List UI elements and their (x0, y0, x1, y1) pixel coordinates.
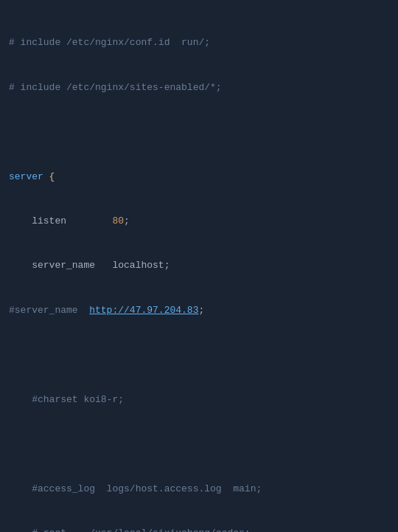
code-text: #access_log logs/host.access.log main; (9, 483, 262, 494)
code-text: # root /usr/local/sixiucheng/codes; (9, 528, 251, 532)
code-text: ; (198, 305, 204, 316)
line-7: #server_name http://47.97.204.83; (9, 303, 389, 318)
line-8 (9, 348, 389, 362)
code-text: 80 (112, 215, 124, 227)
code-text: # include /etc/nginx/sites-enabled/*; (9, 82, 222, 93)
line-5: listen 80; (9, 214, 389, 229)
code-text: # include /etc/nginx/conf.id run/; (9, 37, 210, 48)
line-12: # root /usr/local/sixiucheng/codes; (9, 526, 389, 532)
line-10 (9, 437, 389, 452)
code-text: { (43, 171, 55, 182)
line-9: #charset koi8-r; (9, 393, 389, 407)
code-text: ; (124, 215, 130, 227)
line-6: server_name localhost; (9, 258, 389, 273)
code-text: server_name localhost; (9, 260, 170, 271)
code-text: server (9, 171, 43, 182)
line-4: server { (9, 170, 389, 184)
code-text: #server_name (9, 305, 89, 316)
code-text: listen (9, 215, 112, 227)
line-11: #access_log logs/host.access.log main; (9, 482, 389, 497)
code-url: http://47.97.204.83 (89, 305, 198, 316)
line-3 (9, 125, 389, 139)
line-1: # include /etc/nginx/conf.id run/; (9, 35, 389, 50)
code-text: #charset koi8-r; (9, 394, 124, 405)
code-editor: # include /etc/nginx/conf.id run/; # inc… (0, 0, 398, 532)
line-2: # include /etc/nginx/sites-enabled/*; (9, 80, 389, 95)
